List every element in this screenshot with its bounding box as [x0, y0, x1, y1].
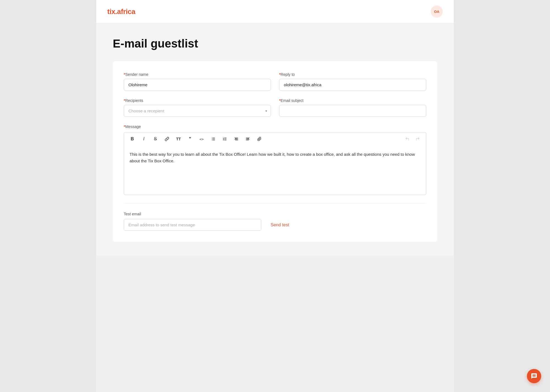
message-section: *Message B I S — [124, 124, 426, 195]
italic-button[interactable]: I — [140, 135, 148, 143]
sender-name-group: *Sender name — [124, 72, 271, 91]
recipients-group: *Recipients Choose a recepient ▾ — [124, 98, 271, 117]
message-body-text: This is the best way for you to learn al… — [130, 152, 415, 163]
code-button[interactable]: <> — [198, 135, 205, 143]
bullet-list-button[interactable] — [209, 135, 217, 143]
recipients-select-wrapper: Choose a recepient ▾ — [124, 105, 271, 117]
send-test-button[interactable]: Send test — [268, 219, 292, 231]
form-row-2: *Recipients Choose a recepient ▾ *Email … — [124, 98, 426, 117]
main-content: E-mail guestlist *Sender name *Reply to — [96, 23, 454, 255]
email-subject-group: *Email subject — [279, 98, 426, 117]
email-subject-label: *Email subject — [279, 98, 426, 103]
header: tix.africa OA — [96, 0, 454, 23]
avatar: OA — [431, 5, 443, 18]
reply-to-input[interactable] — [279, 79, 426, 91]
message-label: *Message — [124, 124, 426, 129]
message-editor[interactable]: This is the best way for you to learn al… — [124, 146, 426, 195]
test-email-input[interactable] — [124, 219, 261, 231]
attachment-button[interactable] — [255, 135, 263, 143]
form-row-1: *Sender name *Reply to — [124, 72, 426, 91]
chat-bubble-button[interactable] — [527, 369, 541, 383]
link-button[interactable] — [163, 135, 171, 143]
undo-redo-group — [403, 135, 422, 143]
editor-toolbar: B I S TT " — [124, 132, 426, 146]
test-email-section: Test email Send test — [124, 203, 426, 231]
test-email-row: Send test — [124, 219, 426, 231]
undo-button[interactable] — [403, 135, 411, 143]
form-container: *Sender name *Reply to *Recipients — [113, 61, 437, 242]
recipients-label: *Recipients — [124, 98, 271, 103]
bold-button[interactable]: B — [128, 135, 136, 143]
redo-button[interactable] — [414, 135, 422, 143]
reply-to-group: *Reply to — [279, 72, 426, 91]
logo: tix.africa — [107, 7, 135, 16]
indent-button[interactable] — [244, 135, 252, 143]
ordered-list-button[interactable] — [221, 135, 229, 143]
test-email-label: Test email — [124, 212, 426, 216]
reply-to-label: *Reply to — [279, 72, 426, 77]
email-subject-input[interactable] — [279, 105, 426, 117]
strikethrough-button[interactable]: S — [152, 135, 159, 143]
text-transform-button[interactable]: TT — [175, 135, 182, 143]
outdent-button[interactable] — [232, 135, 240, 143]
sender-name-label: *Sender name — [124, 72, 271, 77]
page-title: E-mail guestlist — [113, 37, 437, 50]
recipients-select[interactable]: Choose a recepient — [124, 105, 271, 117]
quote-button[interactable]: " — [186, 135, 194, 143]
sender-name-input[interactable] — [124, 79, 271, 91]
